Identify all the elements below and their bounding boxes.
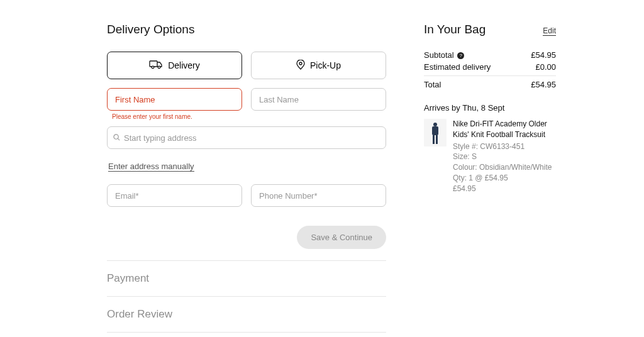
first-name-error: Please enter your first name. <box>112 113 242 120</box>
shipping-row: Estimated delivery £0.00 <box>424 62 556 72</box>
item-colour: Colour: Obsidian/White/White <box>453 162 556 173</box>
payment-section-title: Payment <box>107 261 386 296</box>
enter-address-manually-link[interactable]: Enter address manually <box>108 162 194 172</box>
subtotal-row: Subtotal ? £54.95 <box>424 50 556 60</box>
svg-rect-9 <box>433 135 435 144</box>
svg-point-3 <box>299 62 302 65</box>
divider <box>107 332 386 333</box>
total-label: Total <box>424 80 441 89</box>
save-continue-button[interactable]: Save & Continue <box>297 226 386 249</box>
shipping-label: Estimated delivery <box>424 62 491 72</box>
order-review-section-title: Order Review <box>107 297 386 332</box>
svg-rect-0 <box>150 61 157 67</box>
address-input[interactable] <box>107 126 386 149</box>
total-value: £54.95 <box>531 80 556 89</box>
tab-delivery[interactable]: Delivery <box>107 52 242 79</box>
item-style: Style #: CW6133-451 <box>453 141 556 152</box>
phone-input[interactable] <box>251 184 386 207</box>
last-name-input[interactable] <box>251 88 386 111</box>
arrives-by: Arrives by Thu, 8 Sept <box>424 103 556 113</box>
product-thumbnail <box>424 119 447 146</box>
location-pin-icon <box>296 60 305 72</box>
svg-point-1 <box>152 66 154 69</box>
svg-point-2 <box>158 66 160 69</box>
tab-pickup-label: Pick-Up <box>310 60 341 70</box>
edit-bag-link[interactable]: Edit <box>543 26 556 36</box>
tab-delivery-label: Delivery <box>168 60 200 70</box>
subtotal-value: £54.95 <box>531 50 556 60</box>
shipping-value: £0.00 <box>535 62 556 72</box>
item-name: Nike Dri-FIT Academy Older Kids' Knit Fo… <box>453 119 556 140</box>
svg-rect-10 <box>436 135 438 144</box>
cart-item: Nike Dri-FIT Academy Older Kids' Knit Fo… <box>424 119 556 194</box>
tab-pickup[interactable]: Pick-Up <box>251 52 386 79</box>
item-price: £54.95 <box>453 184 556 194</box>
divider <box>424 75 556 76</box>
subtotal-label: Subtotal <box>424 50 454 60</box>
delivery-method-tabs: Delivery Pick-Up <box>107 52 386 79</box>
shipping-icon <box>149 60 163 71</box>
svg-point-7 <box>433 123 437 126</box>
help-icon[interactable]: ? <box>457 52 464 59</box>
item-qty: Qty: 1 @ £54.95 <box>453 173 556 184</box>
item-size: Size: S <box>453 152 556 162</box>
email-input[interactable] <box>107 184 242 207</box>
first-name-input[interactable] <box>107 88 242 111</box>
delivery-options-title: Delivery Options <box>107 23 386 36</box>
svg-rect-8 <box>432 126 438 135</box>
total-row: Total £54.95 <box>424 80 556 89</box>
bag-title: In Your Bag <box>424 23 486 36</box>
